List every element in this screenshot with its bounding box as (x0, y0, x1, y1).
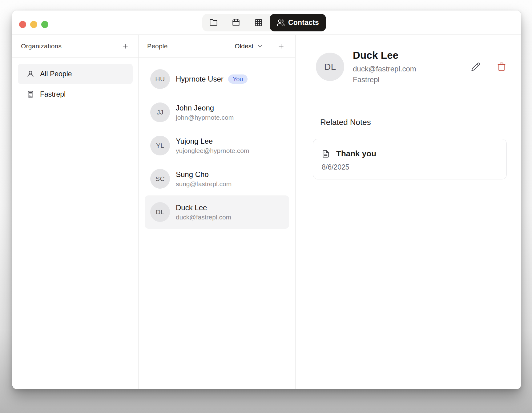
people-panel: People Oldest HU (139, 35, 296, 389)
contact-actions (470, 61, 507, 73)
pencil-icon (471, 62, 480, 71)
titlebar: Contacts (12, 10, 521, 35)
sidebar-item-label: All People (40, 70, 72, 78)
contact-avatar: DL (316, 53, 344, 81)
people-header-actions: Oldest (235, 41, 286, 51)
plus-icon (277, 42, 285, 50)
chevron-down-icon (256, 43, 263, 50)
contact-detail-header: DL Duck Lee duck@fastrepl.com Fastrepl (296, 35, 521, 99)
calendar-view-button[interactable] (225, 14, 247, 31)
person-name: Duck Lee (176, 203, 231, 212)
organizations-list: All People Fastrepl (12, 58, 138, 110)
user-round-icon (26, 70, 34, 78)
note-card[interactable]: Thank you 8/6/2025 (313, 139, 507, 179)
organizations-sidebar: Organizations All People Fastrepl (12, 35, 139, 389)
sidebar-item-all-people[interactable]: All People (18, 64, 133, 84)
you-badge: You (228, 74, 248, 84)
person-row-sung-cho[interactable]: SC Sung Cho sung@fastrepl.com (145, 162, 289, 195)
plus-icon (122, 42, 129, 50)
contacts-view-label: Contacts (288, 18, 319, 27)
avatar: SC (150, 169, 170, 189)
edit-contact-button[interactable] (470, 61, 482, 73)
person-name: Yujong Lee (176, 137, 249, 146)
add-person-button[interactable] (276, 41, 286, 51)
people-title: People (147, 42, 168, 50)
person-name: John Jeong (176, 104, 234, 112)
traffic-lights (19, 21, 48, 28)
person-email: sung@fastrepl.com (176, 180, 232, 188)
people-list: HU Hyprnote User You JJ John Jeong john@… (139, 58, 295, 234)
file-text-icon (322, 150, 330, 158)
person-row-john-jeong[interactable]: JJ John Jeong john@hyprnote.com (145, 96, 289, 129)
contact-organization: Fastrepl (353, 75, 416, 84)
related-notes-title: Related Notes (320, 118, 507, 127)
sort-label: Oldest (235, 42, 253, 50)
person-email: john@hyprnote.com (176, 114, 234, 121)
avatar: DL (150, 202, 170, 222)
person-row-hyprnote-user[interactable]: HU Hyprnote User You (145, 62, 289, 96)
contact-email: duck@fastrepl.com (353, 65, 416, 73)
delete-contact-button[interactable] (496, 61, 507, 73)
close-button[interactable] (19, 21, 26, 28)
table-view-button[interactable] (247, 14, 270, 31)
minimize-button[interactable] (30, 21, 37, 28)
person-row-yujong-lee[interactable]: YL Yujong Lee yujonglee@hyprnote.com (145, 129, 289, 162)
contacts-view-button[interactable]: Contacts (270, 14, 326, 31)
calendar-icon (232, 18, 240, 27)
zoom-button[interactable] (41, 21, 48, 28)
users-icon (277, 19, 285, 27)
avatar: JJ (150, 102, 170, 122)
contact-name: Duck Lee (353, 50, 416, 61)
note-title: Thank you (336, 149, 376, 158)
contact-detail-panel: DL Duck Lee duck@fastrepl.com Fastrepl (296, 35, 521, 389)
view-switcher: Contacts (202, 14, 326, 31)
sidebar-item-label: Fastrepl (40, 90, 66, 98)
person-row-duck-lee[interactable]: DL Duck Lee duck@fastrepl.com (145, 195, 289, 229)
organizations-header: Organizations (12, 35, 138, 58)
folder-view-button[interactable] (202, 14, 225, 31)
person-email: yujonglee@hyprnote.com (176, 147, 249, 154)
trash-icon (497, 62, 506, 71)
building-icon (26, 90, 34, 98)
avatar: HU (150, 69, 170, 89)
app-window: Contacts Organizations All People (12, 10, 521, 389)
contact-detail-body: Related Notes Thank you 8/6/2025 (296, 99, 521, 179)
avatar: YL (150, 136, 170, 155)
person-name: Sung Cho (176, 170, 232, 179)
note-date: 8/6/2025 (322, 163, 498, 171)
person-name: Hyprnote User (176, 75, 224, 83)
sort-dropdown[interactable]: Oldest (235, 42, 263, 50)
person-email: duck@fastrepl.com (176, 214, 231, 221)
add-organization-button[interactable] (120, 41, 130, 51)
table-icon (254, 18, 263, 27)
people-header: People Oldest (139, 35, 295, 58)
organizations-title: Organizations (21, 42, 62, 50)
folder-icon (209, 18, 218, 27)
sidebar-item-fastrepl[interactable]: Fastrepl (18, 84, 133, 104)
